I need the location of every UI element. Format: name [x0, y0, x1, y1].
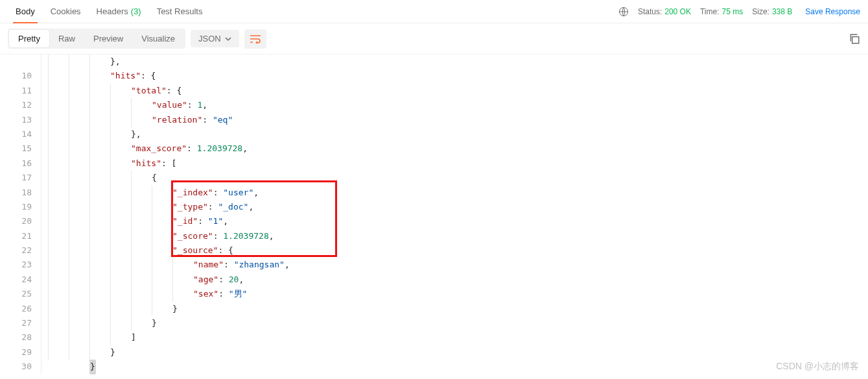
code-token: "name"	[193, 258, 224, 272]
view-mode-group: Pretty Raw Preview Visualize	[8, 29, 185, 49]
code-token: },	[110, 55, 121, 69]
code-token: "hits"	[110, 69, 141, 83]
code-token: "_index"	[172, 186, 213, 200]
line-number-gutter: 1011121314151617181920212223242526272829…	[0, 55, 41, 374]
view-pretty-button[interactable]: Pretty	[9, 30, 49, 47]
time-value: 75 ms	[722, 7, 744, 16]
size-label: Size:	[752, 7, 769, 16]
code-token: "relation"	[152, 113, 202, 127]
code-token: "1"	[208, 214, 223, 228]
code-token: "eq"	[213, 113, 233, 127]
code-token: 20	[229, 273, 239, 287]
line-number: 28	[0, 330, 32, 345]
line-number: 21	[0, 229, 32, 243]
view-raw-button[interactable]: Raw	[49, 30, 84, 47]
line-number: 12	[0, 98, 32, 112]
time-label: Time:	[700, 7, 720, 16]
code-token: "男"	[229, 287, 248, 301]
line-number: 19	[0, 200, 32, 214]
tab-test-results[interactable]: Test Results	[149, 0, 211, 23]
status-area: Status: 200 OK Time: 75 ms Size: 338 B S…	[618, 6, 860, 17]
status-time: Time: 75 ms	[700, 7, 743, 16]
code-token: "total"	[131, 84, 167, 98]
code-token: "max_score"	[131, 141, 187, 156]
code-token: 1	[197, 98, 202, 112]
code-token: "zhangsan"	[234, 258, 285, 272]
response-tabs-bar: Body Cookies Headers (3) Test Results St…	[0, 0, 868, 23]
code-token: "_score"	[172, 229, 213, 243]
view-visualize-button[interactable]: Visualize	[132, 30, 184, 47]
line-number: 23	[0, 258, 32, 272]
format-label: JSON	[198, 34, 221, 43]
code-token: "_id"	[172, 214, 198, 228]
status-size: Size: 338 B	[752, 7, 792, 16]
tab-cookies[interactable]: Cookies	[43, 0, 89, 23]
code-token: 1.2039728	[197, 141, 242, 156]
tab-body[interactable]: Body	[8, 0, 43, 23]
line-number: 11	[0, 84, 32, 98]
wrap-lines-button[interactable]	[244, 29, 266, 49]
line-number: 22	[0, 243, 32, 258]
svg-rect-1	[852, 36, 859, 43]
wrap-icon	[250, 34, 261, 43]
code-area: 1011121314151617181920212223242526272829…	[0, 55, 868, 374]
code-token: "age"	[193, 273, 218, 287]
chevron-down-icon	[225, 36, 231, 42]
status-code: Status: 200 OK	[638, 7, 691, 16]
format-select[interactable]: JSON	[191, 30, 239, 47]
line-number: 13	[0, 113, 32, 127]
line-number: 15	[0, 141, 32, 156]
tab-headers-count: (3)	[131, 6, 141, 16]
code-token: "value"	[152, 98, 187, 112]
line-number: 17	[0, 171, 32, 185]
code-content[interactable]: }, "hits": { "total": { "value": 1, "rel…	[41, 55, 868, 374]
line-number: 20	[0, 214, 32, 228]
globe-icon[interactable]	[618, 6, 629, 17]
tabs-left: Body Cookies Headers (3) Test Results	[8, 0, 210, 23]
toolbar-left: Pretty Raw Preview Visualize JSON	[8, 29, 266, 49]
line-number: 16	[0, 156, 32, 171]
status-value: 200 OK	[664, 7, 691, 16]
line-number: 10	[0, 69, 32, 83]
response-toolbar: Pretty Raw Preview Visualize JSON	[0, 23, 868, 55]
size-value: 338 B	[772, 7, 792, 16]
line-number: 26	[0, 302, 32, 316]
code-token: "hits"	[131, 156, 161, 171]
tab-headers-label: Headers	[97, 6, 128, 16]
view-preview-button[interactable]: Preview	[84, 30, 132, 47]
code-token: "_doc"	[218, 200, 248, 214]
line-number: 18	[0, 186, 32, 200]
line-number: 30	[0, 360, 32, 374]
code-token: "_source"	[172, 243, 218, 258]
save-response-button[interactable]: Save Response	[805, 7, 860, 16]
code-token: "sex"	[193, 287, 218, 301]
line-number: 14	[0, 127, 32, 141]
code-token: 1.2039728	[223, 229, 268, 243]
line-number: 29	[0, 345, 32, 360]
line-number: 27	[0, 316, 32, 330]
line-number: 25	[0, 287, 32, 301]
tab-headers[interactable]: Headers (3)	[89, 0, 149, 23]
code-token: "_type"	[172, 200, 208, 214]
copy-button[interactable]	[849, 33, 860, 45]
line-number: 24	[0, 273, 32, 287]
code-token: "user"	[223, 186, 253, 200]
status-label: Status:	[638, 7, 662, 16]
